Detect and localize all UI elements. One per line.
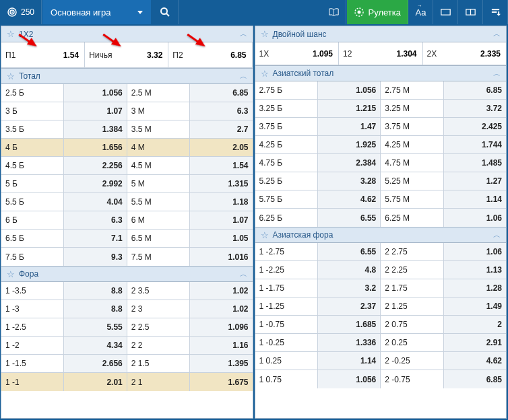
- market-odds[interactable]: 1.16: [190, 337, 252, 354]
- chevron-up-icon[interactable]: ︿: [240, 269, 247, 279]
- market-odds[interactable]: 1.485: [444, 154, 506, 172]
- market-label[interactable]: 1 -2: [1, 337, 64, 354]
- market-odds[interactable]: 2.992: [64, 175, 127, 193]
- market-label[interactable]: 1 -1.25: [255, 298, 318, 315]
- market-label[interactable]: 5.5 Б: [1, 193, 64, 211]
- market-label[interactable]: 1 0.75: [255, 370, 318, 388]
- market-odds[interactable]: 1.14: [318, 352, 381, 370]
- market-odds[interactable]: 1.675: [190, 373, 252, 391]
- market-label[interactable]: 2 2.25: [381, 261, 443, 279]
- market-odds[interactable]: 1.685: [318, 316, 381, 333]
- market-label[interactable]: 2 3.5: [127, 282, 190, 300]
- market-label[interactable]: 7.5 М: [127, 248, 190, 266]
- market-odds[interactable]: 7.1: [64, 230, 127, 247]
- market-odds[interactable]: 1.18: [190, 193, 252, 211]
- layout-split-button[interactable]: [459, 0, 483, 24]
- market-label[interactable]: 1 -0.25: [255, 334, 318, 351]
- market-odds[interactable]: 1.315: [190, 175, 252, 193]
- market-odds[interactable]: 1.096: [190, 318, 252, 336]
- market-label[interactable]: 2 -0.25: [381, 352, 443, 370]
- market-odds[interactable]: 1.925: [318, 136, 381, 153]
- market-odds[interactable]: 2.05: [190, 139, 252, 156]
- market-odds[interactable]: 1.07: [64, 102, 127, 120]
- market-odds[interactable]: 1.54: [190, 157, 252, 174]
- market-odds[interactable]: 1.056: [318, 81, 381, 99]
- chevron-up-icon[interactable]: ︿: [493, 230, 501, 240]
- market-label[interactable]: 3 Б: [1, 102, 64, 120]
- market-odds[interactable]: 1.07: [190, 211, 252, 229]
- market-label[interactable]: 3.75 Б: [255, 118, 318, 135]
- market-label[interactable]: 1 -3: [1, 300, 64, 318]
- market-label[interactable]: 1 -1: [1, 373, 64, 391]
- market-label[interactable]: 6 Б: [1, 211, 64, 229]
- market-label[interactable]: 5.5 М: [127, 193, 190, 211]
- market-label[interactable]: 3.5 Б: [1, 120, 64, 138]
- market-label[interactable]: 4.75 Б: [255, 154, 318, 172]
- market-odds[interactable]: 6.3: [64, 211, 127, 229]
- search-button[interactable]: [152, 0, 179, 24]
- market-odds[interactable]: 1.49: [444, 298, 506, 315]
- market-label[interactable]: 5 М: [127, 175, 190, 193]
- chevron-up-icon[interactable]: ︿: [493, 29, 501, 39]
- market-label[interactable]: 2.75 М: [381, 81, 443, 99]
- market-odds[interactable]: 1.02: [190, 282, 252, 300]
- market-odds[interactable]: 1.05: [190, 230, 252, 247]
- market-label[interactable]: 2.5 Б: [1, 84, 64, 102]
- market-label[interactable]: 2.75 Б: [255, 81, 318, 99]
- market-label[interactable]: 2 1.5: [127, 355, 190, 372]
- market-label[interactable]: 6.5 М: [127, 230, 190, 247]
- market-label[interactable]: 4.25 М: [381, 136, 443, 153]
- market-label[interactable]: 3.75 М: [381, 118, 443, 135]
- market-label[interactable]: 3.25 Б: [255, 100, 318, 117]
- market-odds[interactable]: 1.336: [318, 334, 381, 351]
- layout-sort-button[interactable]: [484, 0, 508, 24]
- game-dropdown[interactable]: Основная игра: [42, 0, 151, 24]
- market-label[interactable]: 1 0.25: [255, 352, 318, 370]
- market-label[interactable]: 4.5 М: [127, 157, 190, 174]
- market-odds[interactable]: 9.3: [64, 248, 127, 266]
- market-odds[interactable]: 3.2: [318, 279, 381, 297]
- market-label[interactable]: 6 М: [127, 211, 190, 229]
- chevron-up-icon[interactable]: ︿: [493, 69, 501, 79]
- market-odds[interactable]: 1.47: [318, 118, 381, 135]
- market-label[interactable]: 3 М: [127, 102, 190, 120]
- star-icon[interactable]: ☆: [261, 69, 269, 79]
- market-label[interactable]: 1 -1.75: [255, 279, 318, 297]
- bet-2x[interactable]: 2X 2.335: [423, 42, 507, 65]
- market-odds[interactable]: 8.8: [64, 300, 127, 318]
- market-label[interactable]: 2 2: [127, 337, 190, 354]
- star-icon[interactable]: ☆: [261, 230, 269, 240]
- market-label[interactable]: 4 Б: [1, 139, 64, 156]
- market-label[interactable]: 2 0.25: [381, 334, 443, 351]
- market-odds[interactable]: 8.8: [64, 282, 127, 300]
- market-label[interactable]: 6.25 М: [381, 209, 443, 227]
- market-odds[interactable]: 1.016: [190, 248, 252, 266]
- book-button[interactable]: [322, 0, 346, 24]
- market-odds[interactable]: 6.85: [190, 84, 252, 102]
- market-label[interactable]: 1 -2.25: [255, 261, 318, 279]
- market-odds[interactable]: 2.91: [444, 334, 506, 351]
- market-label[interactable]: 6.25 Б: [255, 209, 318, 227]
- market-label[interactable]: 2 1.25: [381, 298, 443, 315]
- bet-1x[interactable]: 1X 1.095: [255, 42, 340, 65]
- market-label[interactable]: 5.25 Б: [255, 172, 318, 190]
- market-odds[interactable]: 1.14: [444, 190, 506, 208]
- market-odds[interactable]: 6.85: [444, 81, 506, 99]
- market-odds[interactable]: 3.72: [444, 100, 506, 117]
- market-odds[interactable]: 4.04: [64, 193, 127, 211]
- section-1x2-header[interactable]: ☆ 1X2 ︿: [1, 26, 253, 42]
- roulette-button[interactable]: Рулетка: [347, 0, 408, 24]
- market-odds[interactable]: 1.06: [444, 209, 506, 227]
- market-odds[interactable]: 1.13: [444, 261, 506, 279]
- market-odds[interactable]: 2: [444, 316, 506, 333]
- market-label[interactable]: 2 3: [127, 300, 190, 318]
- star-icon[interactable]: ☆: [7, 269, 15, 279]
- market-label[interactable]: 3.25 М: [381, 100, 443, 117]
- market-label[interactable]: 1 -2.75: [255, 243, 318, 260]
- market-label[interactable]: 2.5 М: [127, 84, 190, 102]
- chevron-up-icon[interactable]: ︿: [240, 29, 247, 39]
- market-odds[interactable]: 4.62: [444, 352, 506, 370]
- market-label[interactable]: 1 -3.5: [1, 282, 64, 300]
- star-icon[interactable]: ☆: [7, 71, 15, 81]
- font-button[interactable]: →Aa: [409, 0, 433, 24]
